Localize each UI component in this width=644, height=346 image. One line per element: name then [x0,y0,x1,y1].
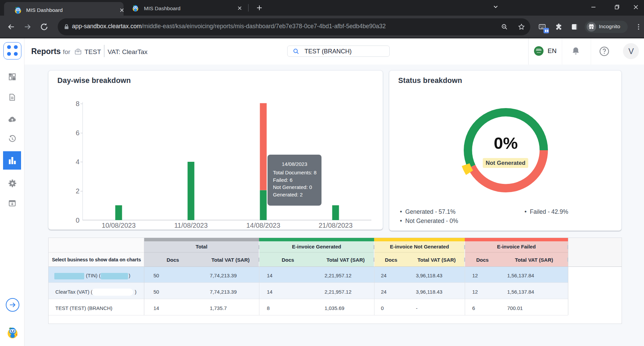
svg-text:21/08/2023: 21/08/2023 [318,222,352,229]
svg-text:6: 6 [76,129,79,137]
svg-text:0: 0 [76,217,79,224]
svg-text:10/08/2023: 10/08/2023 [102,222,135,229]
svg-text:4: 4 [76,158,79,166]
svg-text:2: 2 [76,187,79,195]
svg-text:8: 8 [76,100,79,107]
svg-text:11/08/2023: 11/08/2023 [174,222,208,229]
svg-text:14/08/2023: 14/08/2023 [246,222,280,229]
